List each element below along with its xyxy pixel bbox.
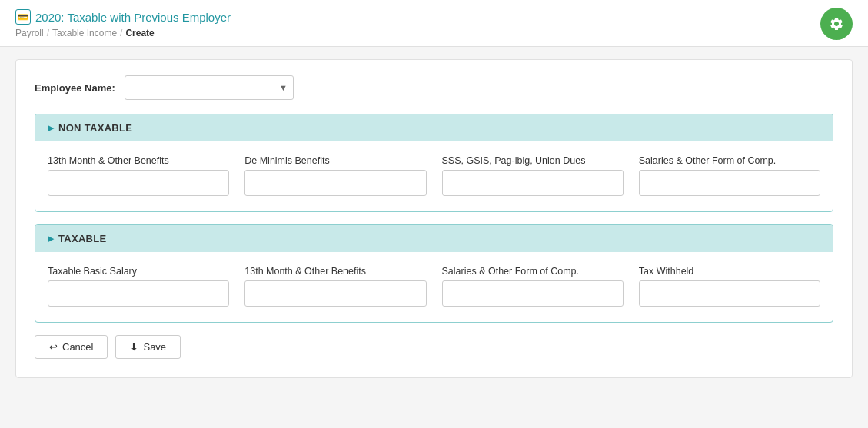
save-label: Save — [143, 341, 166, 353]
employee-select[interactable] — [125, 75, 294, 100]
field-tax-withheld: Tax Withheld — [639, 266, 820, 307]
input-tax-withheld[interactable] — [639, 280, 820, 307]
page-header: 💳 2020: Taxable with Previous Employer P… — [0, 0, 868, 47]
input-salaries-nt[interactable] — [639, 170, 820, 196]
breadcrumb-create: Create — [125, 28, 154, 38]
non-taxable-label: NON TAXABLE — [58, 122, 132, 134]
field-label-salaries-t: Salaries & Other Form of Comp. — [442, 266, 624, 277]
breadcrumb: Payroll / Taxable Income / Create — [15, 28, 231, 38]
field-label-sss-gsis: SSS, GSIS, Pag-ibig, Union Dues — [442, 155, 624, 166]
input-salaries-t[interactable] — [442, 280, 624, 307]
employee-label: Employee Name: — [35, 82, 115, 94]
non-taxable-header[interactable]: ▶ NON TAXABLE — [35, 114, 833, 141]
field-sss-gsis: SSS, GSIS, Pag-ibig, Union Dues — [442, 155, 624, 196]
non-taxable-section: ▶ NON TAXABLE 13th Month & Other Benefit… — [35, 114, 833, 212]
field-13th-month-taxable: 13th Month & Other Benefits — [244, 266, 426, 307]
page-title: 💳 2020: Taxable with Previous Employer — [15, 9, 231, 25]
input-basic-salary[interactable] — [48, 280, 229, 307]
employee-row: Employee Name: ▼ — [35, 75, 833, 100]
field-taxable-basic-salary: Taxable Basic Salary — [48, 266, 229, 307]
field-label-13th-month-nt: 13th Month & Other Benefits — [48, 155, 229, 166]
title-icon: 💳 — [15, 9, 31, 25]
input-de-minimis[interactable] — [244, 170, 426, 196]
field-de-minimis: De Minimis Benefits — [244, 155, 426, 196]
non-taxable-body: 13th Month & Other Benefits De Minimis B… — [35, 141, 833, 211]
field-label-13th-month-t: 13th Month & Other Benefits — [244, 266, 426, 277]
form-card: Employee Name: ▼ ▶ NON TAXABLE 13th Mont… — [15, 59, 853, 378]
main-content: Employee Name: ▼ ▶ NON TAXABLE 13th Mont… — [0, 47, 868, 390]
save-icon: ⬇ — [130, 341, 138, 353]
field-label-tax-withheld: Tax Withheld — [639, 266, 820, 277]
field-label-salaries-nt: Salaries & Other Form of Comp. — [639, 155, 820, 166]
breadcrumb-taxable-income[interactable]: Taxable Income — [52, 28, 117, 38]
breadcrumb-payroll[interactable]: Payroll — [15, 28, 44, 38]
input-sss-gsis[interactable] — [442, 170, 624, 196]
field-salaries-nt: Salaries & Other Form of Comp. — [639, 155, 820, 196]
settings-button[interactable] — [820, 8, 853, 40]
field-label-basic-salary: Taxable Basic Salary — [48, 266, 229, 277]
taxable-arrow-icon: ▶ — [48, 234, 54, 244]
taxable-body: Taxable Basic Salary 13th Month & Other … — [35, 252, 833, 322]
cancel-icon: ↩ — [49, 341, 58, 353]
save-button[interactable]: ⬇ Save — [115, 335, 181, 359]
field-salaries-taxable: Salaries & Other Form of Comp. — [442, 266, 624, 307]
cancel-label: Cancel — [62, 341, 93, 353]
taxable-label: TAXABLE — [58, 233, 107, 244]
footer-actions: ↩ Cancel ⬇ Save — [35, 335, 833, 359]
header-left: 💳 2020: Taxable with Previous Employer P… — [15, 9, 231, 38]
taxable-header[interactable]: ▶ TAXABLE — [35, 225, 833, 252]
employee-select-wrapper: ▼ — [125, 75, 294, 100]
field-label-de-minimis: De Minimis Benefits — [244, 155, 426, 166]
breadcrumb-sep-2: / — [120, 28, 122, 38]
field-13th-month-non-taxable: 13th Month & Other Benefits — [48, 155, 229, 196]
taxable-section: ▶ TAXABLE Taxable Basic Salary 13th Mont… — [35, 224, 833, 323]
input-13th-month-t[interactable] — [244, 280, 426, 307]
input-13th-month-nt[interactable] — [48, 170, 229, 196]
title-text: 2020: Taxable with Previous Employer — [35, 11, 231, 24]
gear-icon — [829, 16, 844, 32]
cancel-button[interactable]: ↩ Cancel — [35, 335, 108, 359]
non-taxable-arrow-icon: ▶ — [48, 123, 54, 133]
breadcrumb-sep-1: / — [47, 28, 49, 38]
